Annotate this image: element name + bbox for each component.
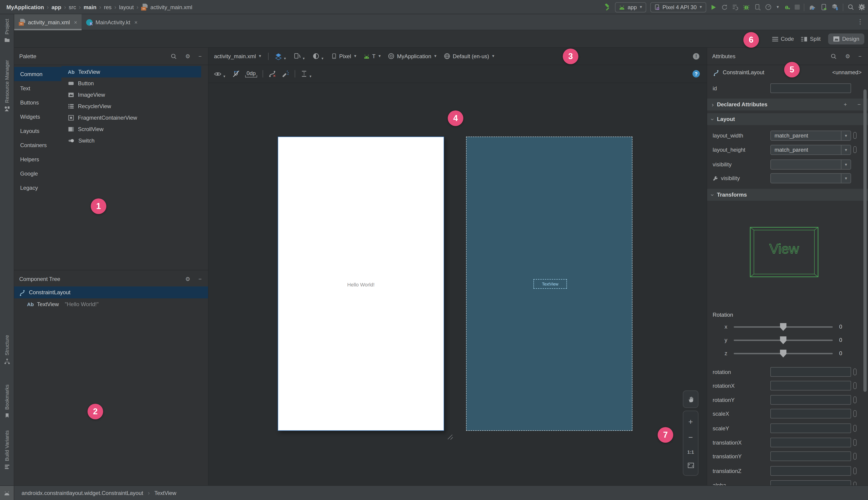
breadcrumb-main[interactable]: main <box>84 4 96 10</box>
palette-category-google[interactable]: Google <box>14 166 61 181</box>
declared-attributes-section[interactable]: › Declared Attributes + − <box>707 99 868 111</box>
palette-category-common[interactable]: Common <box>14 67 61 81</box>
remove-attribute-button[interactable]: − <box>857 101 861 108</box>
toggle-pill[interactable] <box>853 410 857 417</box>
gradle-sync-icon[interactable] <box>808 4 816 11</box>
tree-row-constraintlayout[interactable]: ConstraintLayout <box>14 286 208 298</box>
transforms-section[interactable]: › Transforms <box>707 189 868 201</box>
sidebar-item-build-variants[interactable]: Build Variants <box>0 430 14 470</box>
pack-align-select[interactable]: ▼ <box>301 70 313 78</box>
toggle-pill[interactable] <box>853 453 857 460</box>
alpha-input[interactable] <box>770 480 851 485</box>
palette-category-widgets[interactable]: Widgets <box>14 110 61 124</box>
debug-button[interactable] <box>743 4 750 11</box>
scaley-input[interactable] <box>770 423 851 433</box>
mode-design-button[interactable]: Design <box>828 33 864 44</box>
toggle-pill[interactable] <box>853 467 857 474</box>
palette-item-imageview[interactable]: ImageView <box>61 89 201 100</box>
toggle-pill[interactable] <box>853 396 857 403</box>
clear-constraints-icon[interactable]: × <box>269 70 276 78</box>
stop-button[interactable] <box>795 4 800 10</box>
palette-item-switch[interactable]: Switch <box>61 135 201 146</box>
add-attribute-button[interactable]: + <box>844 101 847 108</box>
settings-gear-icon[interactable] <box>858 4 865 11</box>
zoom-100-button[interactable]: 1:1 <box>687 450 694 455</box>
close-icon[interactable]: × <box>134 19 137 25</box>
default-margin-select[interactable]: 0dp <box>245 70 257 78</box>
gear-icon[interactable]: ⚙ <box>185 276 190 282</box>
sidebar-item-project[interactable]: Project <box>0 19 14 43</box>
search-icon[interactable] <box>831 53 837 59</box>
device-select[interactable]: Pixel▼ <box>331 53 357 59</box>
sidebar-item-structure[interactable]: Structure <box>0 335 14 364</box>
toggle-pill[interactable] <box>853 132 857 139</box>
rotationy-input[interactable] <box>770 395 851 405</box>
search-everywhere-icon[interactable] <box>847 4 854 11</box>
slider-track-x[interactable] <box>734 326 833 328</box>
locale-select[interactable]: Default (en-us)▼ <box>444 53 495 59</box>
slider-thumb[interactable] <box>780 337 786 344</box>
palette-category-helpers[interactable]: Helpers <box>14 152 61 166</box>
build-hammer-icon[interactable] <box>604 3 611 11</box>
slider-track-y[interactable] <box>734 340 833 341</box>
toggle-pill[interactable] <box>853 382 857 389</box>
chevron-down-icon[interactable]: ▼ <box>776 5 779 9</box>
pan-button[interactable] <box>683 390 698 408</box>
scalex-input[interactable] <box>770 409 851 418</box>
sidebar-item-bookmarks[interactable]: Bookmarks <box>0 385 14 418</box>
close-icon[interactable]: × <box>74 19 77 25</box>
tab-activity-main-xml[interactable]: ‹› activity_main.xml × <box>14 14 82 30</box>
attributes-scrollbar[interactable] <box>864 89 867 392</box>
breadcrumb-file[interactable]: activity_main.xml <box>150 4 192 10</box>
night-mode-select[interactable]: ▼ <box>312 53 325 59</box>
help-icon[interactable]: ? <box>693 70 700 78</box>
translationx-input[interactable] <box>770 438 851 447</box>
slider-thumb[interactable] <box>780 323 786 331</box>
translationz-input[interactable] <box>770 466 851 476</box>
gear-icon[interactable]: ⚙ <box>185 53 190 59</box>
palette-item-fragmentcontainerview[interactable]: FragmentContainerView <box>61 112 201 123</box>
design-preview-textview[interactable]: Hello World! <box>278 282 444 287</box>
sidebar-item-resource-manager[interactable]: Resource Manager <box>0 60 14 112</box>
run-with-coverage-icon[interactable] <box>732 4 739 11</box>
toggle-pill[interactable] <box>853 368 857 375</box>
infer-constraints-wand-icon[interactable] <box>282 70 289 78</box>
palette-category-containers[interactable]: Containers <box>14 138 61 152</box>
view-options-select[interactable]: ▼ <box>214 71 227 77</box>
run-button[interactable] <box>710 4 717 10</box>
breadcrumb-project[interactable]: MyApplication <box>7 4 44 10</box>
palette-category-legacy[interactable]: Legacy <box>14 181 61 195</box>
apply-changes-icon[interactable] <box>721 4 728 11</box>
blueprint-textview[interactable]: TextView <box>534 279 567 289</box>
minimize-icon[interactable]: − <box>198 276 202 282</box>
sdk-manager-icon[interactable] <box>831 3 839 11</box>
tab-mainactivity-kt[interactable]: K MainActivity.kt × <box>82 14 142 30</box>
search-icon[interactable] <box>171 53 177 59</box>
layout-width-select[interactable]: match_parent▼ <box>770 130 851 141</box>
mode-code-button[interactable]: Code <box>772 36 794 42</box>
status-segment-textview[interactable]: TextView <box>155 490 176 496</box>
toggle-pill[interactable] <box>853 146 857 153</box>
design-preview-phone[interactable]: Hello World! <box>278 137 444 431</box>
toggle-pill[interactable] <box>853 482 857 485</box>
tab-options-kebab-icon[interactable]: ⋮ <box>857 18 864 25</box>
visibility-select[interactable]: ▼ <box>770 159 851 170</box>
rotationx-input[interactable] <box>770 381 851 390</box>
zoom-out-button[interactable]: − <box>688 434 693 442</box>
tools-visibility-select[interactable]: ▼ <box>770 173 851 183</box>
slider-thumb[interactable] <box>780 350 786 357</box>
device-manager-icon[interactable] <box>820 4 827 11</box>
surface-mode-select[interactable]: ▼ <box>275 53 288 60</box>
breadcrumb-layout[interactable]: layout <box>119 4 134 10</box>
layout-file-select[interactable]: activity_main.xml▼ <box>214 53 262 59</box>
minimize-icon[interactable]: − <box>858 53 861 59</box>
zoom-to-fit-icon[interactable] <box>687 463 694 469</box>
gear-icon[interactable]: ⚙ <box>845 53 850 59</box>
palette-item-recyclerview[interactable]: RecyclerView <box>61 100 201 112</box>
palette-item-scrollview[interactable]: ScrollView <box>61 123 201 135</box>
canvas-resize-handle[interactable] <box>446 433 454 440</box>
attach-debugger-icon[interactable] <box>754 4 761 11</box>
issue-panel-icon[interactable]: ! <box>693 53 699 59</box>
theme-select[interactable]: MyApplication▼ <box>388 53 437 59</box>
layout-height-select[interactable]: match_parent▼ <box>770 145 851 155</box>
